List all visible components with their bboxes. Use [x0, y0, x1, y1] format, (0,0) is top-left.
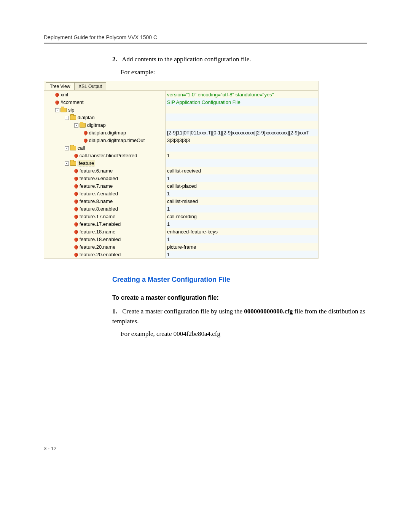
tree-key-cell[interactable]: #comment [44, 98, 166, 106]
tree-value-cell: 1 [166, 220, 319, 228]
tree-key-cell[interactable]: -dialplan [44, 113, 166, 121]
leaf-icon [83, 138, 88, 143]
page-number: 3 - 12 [44, 446, 367, 451]
tree-key-cell[interactable]: feature.18.enabled [44, 235, 166, 243]
tree-key-cell[interactable]: feature.7.enabled [44, 190, 166, 197]
folder-icon [70, 161, 76, 166]
tree-value-cell: SIP Application Configuration File [166, 98, 319, 106]
tree-row[interactable]: feature.20.namepicture-frame [44, 243, 318, 251]
tree-value-cell: picture-frame [166, 243, 319, 251]
tree-row[interactable]: feature.18.nameenhanced-feature-keys [44, 228, 318, 235]
tree-value-cell: calllist-received [166, 167, 319, 174]
tree-row[interactable]: feature.18.enabled1 [44, 235, 318, 243]
tree-row[interactable]: xmlversion="1.0" encoding="utf-8" standa… [44, 91, 318, 98]
tree-key-cell[interactable]: feature.6.name [44, 167, 166, 174]
tree-node-label: feature.8.name [80, 198, 113, 204]
running-header: Deployment Guide for the Polycom VVX 150… [44, 34, 367, 40]
tree-key-cell[interactable]: xml [44, 91, 166, 98]
tree-row[interactable]: -digitmap [44, 121, 318, 129]
tree-node-label: call [78, 145, 85, 151]
step-number: 2. [112, 54, 121, 64]
leaf-icon [73, 214, 79, 219]
tree-row[interactable]: -dialplan [44, 113, 318, 121]
step-text: Add contents to the application configur… [122, 56, 251, 63]
tree-key-cell[interactable]: -digitmap [44, 121, 166, 129]
tree-value-cell: 1 [166, 235, 319, 243]
tree-node-label: feature.6.name [80, 168, 113, 174]
tree-value-cell: call-recording [166, 212, 319, 220]
leaf-icon [73, 206, 79, 212]
tree-key-cell[interactable]: call.transfer.blindPreferred [44, 152, 166, 159]
tree-key-cell[interactable]: feature.20.name [44, 243, 166, 251]
tree-key-cell[interactable]: dialplan.digitmap.timeOut [44, 136, 166, 144]
tree-value-cell: 1 [166, 152, 319, 159]
header-rule [44, 43, 367, 44]
leaf-icon [73, 244, 79, 250]
tree-row[interactable]: feature.6.enabled1 [44, 174, 318, 182]
page: Deployment Guide for the Polycom VVX 150… [0, 0, 411, 474]
folder-icon [70, 115, 76, 120]
tree-node-label: digitmap [87, 122, 106, 128]
tree-row[interactable]: -sip [44, 106, 318, 113]
tab-xsl-output[interactable]: XSL Output [74, 82, 106, 90]
sub-heading: To create a master configuration file: [112, 294, 367, 301]
tree-value-cell [166, 121, 319, 129]
tree-key-cell[interactable]: feature.8.enabled [44, 205, 166, 212]
folder-icon [70, 146, 76, 150]
tree-key-cell[interactable]: feature.6.enabled [44, 174, 166, 182]
tree-node-label: feature.17.name [80, 214, 116, 219]
tree-row[interactable]: -call [44, 144, 318, 152]
filename-bold: 000000000000.cfg [244, 308, 293, 315]
xml-tree-view: Tree ViewXSL Output xmlversion="1.0" enc… [44, 81, 319, 259]
tree-row[interactable]: #commentSIP Application Configuration Fi… [44, 98, 318, 106]
section-heading: Creating a Master Configuration File [112, 276, 367, 284]
tree-row[interactable]: feature.7.enabled1 [44, 190, 318, 197]
tree-value-cell [166, 113, 319, 121]
tree-row[interactable]: -feature [44, 159, 318, 167]
leaf-icon [73, 199, 79, 204]
tree-node-label: feature.17.enabled [80, 221, 121, 227]
tree-key-cell[interactable]: -call [44, 144, 166, 152]
leaf-icon [73, 191, 79, 197]
folder-icon [61, 108, 67, 112]
tree-row[interactable]: feature.6.namecalllist-received [44, 167, 318, 174]
tree-key-cell[interactable]: -feature [44, 159, 166, 167]
tree-row[interactable]: dialplan.digitmap.timeOut3|3|3|3|3|3 [44, 136, 318, 144]
tab-tree-view[interactable]: Tree View [46, 82, 74, 90]
tree-node-label: xml [61, 92, 68, 97]
tree-row[interactable]: feature.7.namecalllist-placed [44, 182, 318, 190]
tree-node-label: feature.20.enabled [80, 252, 121, 257]
tree-key-cell[interactable]: feature.17.name [44, 212, 166, 220]
tree-row[interactable]: feature.17.namecall-recording [44, 212, 318, 220]
tree-node-label: feature [78, 160, 95, 166]
tree-key-cell[interactable]: -sip [44, 106, 166, 113]
tree-row[interactable]: feature.8.namecalllist-missed [44, 197, 318, 205]
expander-icon[interactable]: - [65, 146, 69, 150]
tree-row[interactable]: dialplan.digitmap[2-9]11|0T|011xxx.T|[0-… [44, 129, 318, 136]
tree-node-label: sip [68, 107, 75, 113]
tree-key-cell[interactable]: feature.18.name [44, 228, 166, 235]
tree-key-cell[interactable]: feature.17.enabled [44, 220, 166, 228]
tree-row[interactable]: feature.20.enabled1 [44, 251, 318, 258]
tree-value-cell: 3|3|3|3|3|3 [166, 136, 319, 144]
expander-icon[interactable]: - [55, 108, 59, 112]
tree-row[interactable]: feature.8.enabled1 [44, 205, 318, 212]
tree-node-label: feature.18.enabled [80, 236, 121, 242]
tree-node-label: #comment [61, 99, 84, 105]
leaf-icon [83, 130, 88, 136]
leaf-icon [73, 184, 79, 189]
tree-key-cell[interactable]: feature.7.name [44, 182, 166, 190]
tree-key-cell[interactable]: dialplan.digitmap [44, 129, 166, 136]
tree-node-label: feature.7.name [80, 183, 113, 189]
tree-node-label: dialplan.digitmap.timeOut [89, 137, 145, 143]
expander-icon[interactable]: - [74, 123, 78, 128]
tree-key-cell[interactable]: feature.8.name [44, 197, 166, 205]
tree-node-label: dialplan.digitmap [89, 130, 126, 136]
step-2: 2. Add contents to the application confi… [112, 54, 367, 77]
tree-row[interactable]: feature.17.enabled1 [44, 220, 318, 228]
tree-value-cell: version="1.0" encoding="utf-8" standalon… [166, 91, 319, 98]
tree-row[interactable]: call.transfer.blindPreferred1 [44, 152, 318, 159]
tree-key-cell[interactable]: feature.20.enabled [44, 251, 166, 258]
expander-icon[interactable]: - [65, 161, 69, 166]
expander-icon[interactable]: - [65, 116, 69, 120]
